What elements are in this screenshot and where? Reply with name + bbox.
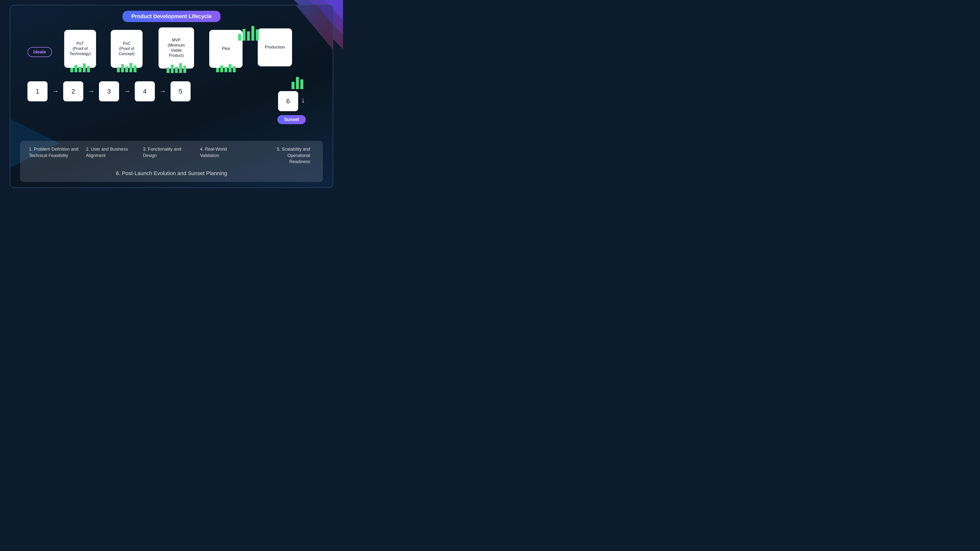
legend-5-text: 5. Scalability and Operational Readiness [277,147,310,164]
legend-item-5: 5. Scalability and Operational Readiness [257,146,314,165]
num-4-label: 4 [143,88,146,95]
ideate-pill: Ideate [27,47,52,57]
pilot-label: Pilot [222,46,230,51]
legend-bottom: 6. Post-Launch Evolution and Sunset Plan… [29,170,314,176]
poc-card: PoC (Proof of Concept) [111,30,143,68]
legend-item-2: 2. User and Business Alignment [86,146,143,165]
mvp-card: MVP (Minimum Viable Product) [159,27,194,68]
mvp-card-container: MVP (Minimum Viable Product) [159,27,194,68]
legend-4-text: 4. Real-World Validation [200,147,227,158]
legend-item-3: 3. Functionality and Design [143,146,200,165]
mvp-bars [167,63,186,73]
production-card: Production [258,29,292,67]
down-arrow-icon: ↓ [301,96,305,104]
production-card-container: Production [258,29,292,67]
production-label: Production [265,44,285,50]
poc-card-container: PoC (Proof of Concept) [111,30,143,68]
svg-marker-5 [318,5,333,25]
num-3-label: 3 [107,88,111,95]
legend-item-4: 4. Real-World Validation [200,146,257,165]
pot-bar-3 [79,67,81,72]
num-1-label: 1 [36,88,39,95]
legend-1-text: 1. Problem Definition and Technical Feas… [29,147,78,158]
sunset-pill: Sunset [277,115,306,124]
num6-sunset-column: 6 ↓ Sunset [277,77,306,124]
pilot-bars [216,64,236,72]
legend-bottom-text: 6. Post-Launch Evolution and Sunset Plan… [116,170,227,176]
num-box-4: 4 [135,81,155,102]
legend-item-1: 1. Problem Definition and Technical Feas… [29,146,86,165]
pot-bar-2 [75,65,78,72]
pot-bar-4 [83,64,86,72]
num-2-label: 2 [72,88,75,95]
title-bar: Product Development Lifecycle [123,11,221,22]
poc-bars [117,63,137,72]
pot-card: PoT (Proof of Technology) [64,30,96,68]
mvp-label: MVP (Minimum Viable Product) [167,38,185,58]
arrow-4-5: → [159,87,166,95]
num-box-6: 6 [278,91,298,111]
arrow-1-2: → [52,87,59,95]
num-box-3: 3 [99,81,119,102]
arrow-3-4: → [124,87,130,95]
poc-label: PoC (Proof of Concept) [119,41,135,56]
legend-3-text: 3. Functionality and Design [143,147,181,158]
page-title: Product Development Lifecycle [131,13,212,19]
pot-bar-1 [70,68,73,72]
production-bars-left [238,26,259,41]
sunset-label: Sunset [284,117,299,122]
pilot-card-container: Pilot [209,30,243,68]
num-box-5: 5 [170,81,191,102]
pot-label: PoT (Proof of Technology) [70,41,91,56]
ideate-stage: Ideate [27,47,59,64]
pot-card-container: PoT (Proof of Technology) [64,30,96,68]
main-container: Product Development Lifecycle Ideate PoT… [10,5,333,188]
legend-top-row: 1. Problem Definition and Technical Feas… [29,146,314,165]
num6-arrow-row: 6 ↓ [278,91,305,111]
num-box-2: 2 [63,81,83,102]
legend-2-text: 2. User and Business Alignment [86,147,128,158]
pot-bar-5 [87,66,90,72]
arrow-2-3: → [88,87,95,95]
pot-bars [70,64,90,72]
numbers-row: 1 → 2 → 3 → 4 → 5 [27,81,191,102]
diagram-area: Ideate PoT (Proof of Technology) PoC (Pr… [18,25,325,133]
pilot-card: Pilot [209,30,243,68]
num-box-1: 1 [27,81,48,102]
legend-panel: 1. Problem Definition and Technical Feas… [20,141,323,182]
num-5-label: 5 [179,88,182,95]
num-6-label: 6 [286,97,290,105]
production-bars-bottom [291,77,303,89]
